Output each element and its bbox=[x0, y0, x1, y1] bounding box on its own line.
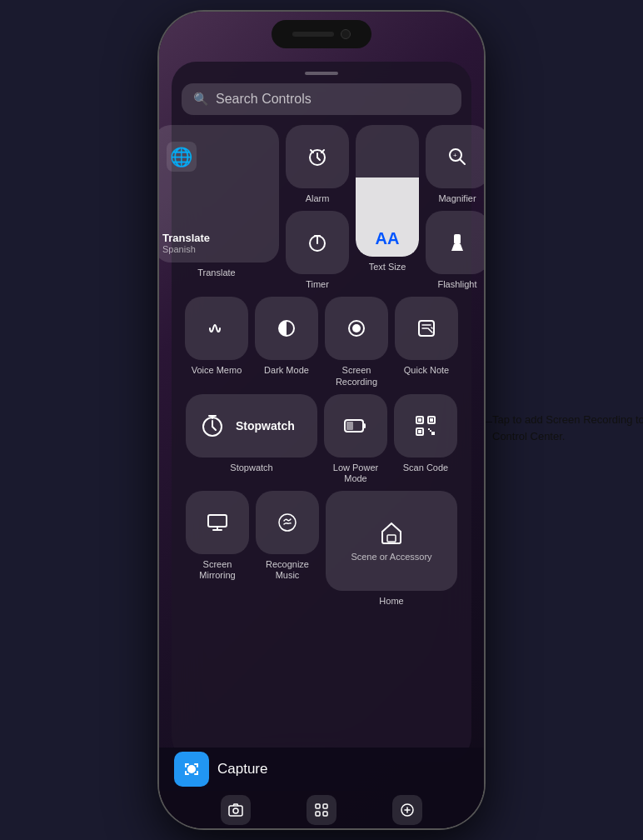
screen-recording-item: Screen Recording bbox=[325, 297, 388, 387]
screen-recording-label: Screen Recording bbox=[336, 365, 377, 387]
phone-frame: 🔍 Search Controls 🌐 bbox=[159, 12, 484, 828]
svg-point-26 bbox=[233, 808, 238, 813]
scan-code-button[interactable] bbox=[394, 394, 457, 458]
row-4: Screen Mirroring Recognize Music bbox=[182, 491, 461, 607]
svg-line-5 bbox=[460, 159, 465, 164]
magnifier-button[interactable]: + bbox=[426, 125, 484, 188]
timer-label: Timer bbox=[306, 279, 329, 290]
recognize-music-icon bbox=[276, 511, 299, 534]
alarm-button[interactable] bbox=[286, 125, 349, 188]
screen-mirroring-label: Screen Mirroring bbox=[199, 559, 235, 581]
recognize-music-button[interactable] bbox=[256, 491, 319, 554]
low-power-button[interactable] bbox=[324, 394, 387, 458]
text-size-button[interactable]: AA bbox=[356, 125, 419, 257]
slider-label: AA bbox=[376, 229, 400, 257]
svg-text:+: + bbox=[453, 152, 457, 159]
home-item: Scene or Accessory Home bbox=[326, 491, 457, 607]
voice-memo-item: Voice Memo bbox=[185, 297, 248, 387]
svg-rect-25 bbox=[229, 806, 242, 816]
dark-mode-item: Dark Mode bbox=[255, 297, 318, 387]
controls-grid: 🌐 Translate Spanish Translate bbox=[182, 125, 461, 607]
voice-memo-label: Voice Memo bbox=[192, 365, 242, 376]
search-icon: 🔍 bbox=[193, 92, 209, 107]
recognize-music-item: Recognize Music bbox=[256, 491, 319, 607]
plus-mini-icon bbox=[399, 802, 416, 818]
search-bar[interactable]: 🔍 Search Controls bbox=[182, 83, 461, 115]
screen-mirroring-icon bbox=[206, 511, 229, 534]
svg-rect-14 bbox=[363, 423, 366, 428]
quick-note-button[interactable] bbox=[395, 297, 458, 360]
capture-app-icon bbox=[174, 752, 209, 787]
magnifier-icon: + bbox=[446, 145, 469, 168]
aa-large: AA bbox=[376, 229, 400, 248]
svg-rect-27 bbox=[316, 804, 320, 808]
tooltip: Tap to add Screen Recording to Control C… bbox=[492, 412, 643, 444]
power-scan-col: Low Power Mode bbox=[324, 394, 457, 484]
svg-rect-30 bbox=[323, 812, 327, 816]
translate-button[interactable]: 🌐 Translate Spanish bbox=[159, 125, 279, 262]
quick-note-label: Quick Note bbox=[404, 365, 449, 376]
translate-icon: 🌐 bbox=[162, 133, 197, 178]
right-col: + Magnifier bbox=[426, 125, 484, 290]
bottom-mini-bar bbox=[159, 791, 484, 828]
voice-memo-button[interactable] bbox=[185, 297, 248, 360]
translate-item: 🌐 Translate Spanish Translate bbox=[159, 125, 279, 290]
dark-mode-button[interactable] bbox=[255, 297, 318, 360]
svg-text:🌐: 🌐 bbox=[170, 146, 193, 168]
svg-rect-19 bbox=[418, 418, 421, 422]
text-size-label: Text Size bbox=[369, 262, 406, 272]
row-3: Stopwatch Stopwatch bbox=[182, 394, 461, 484]
stopwatch-icon bbox=[199, 412, 226, 439]
svg-rect-22 bbox=[208, 515, 227, 527]
svg-rect-28 bbox=[323, 804, 327, 808]
mini-icon-1[interactable] bbox=[221, 795, 251, 825]
low-power-icon bbox=[344, 418, 367, 433]
translate-label: Translate bbox=[197, 268, 235, 278]
home-label: Home bbox=[379, 596, 403, 607]
middle-col: Alarm Timer bbox=[286, 125, 349, 290]
svg-point-24 bbox=[187, 765, 196, 773]
dark-mode-icon bbox=[275, 317, 298, 340]
mini-icon-3[interactable] bbox=[392, 795, 422, 825]
low-power-item: Low Power Mode bbox=[324, 394, 387, 484]
stopwatch-label: Stopwatch bbox=[230, 462, 272, 473]
magnifier-item: + Magnifier bbox=[426, 125, 484, 204]
home-button[interactable]: Scene or Accessory bbox=[326, 491, 457, 591]
slider-section: AA Text Size bbox=[356, 125, 484, 290]
screen-mirroring-item: Screen Mirroring bbox=[186, 491, 249, 607]
timer-button[interactable] bbox=[286, 211, 349, 274]
camera bbox=[341, 29, 351, 39]
svg-rect-15 bbox=[346, 422, 353, 430]
alarm-item: Alarm bbox=[286, 125, 349, 204]
screen-recording-icon bbox=[345, 317, 368, 340]
quick-note-item: Quick Note bbox=[395, 297, 458, 387]
svg-rect-7 bbox=[454, 234, 461, 244]
low-power-label: Low Power Mode bbox=[333, 462, 378, 484]
alarm-label: Alarm bbox=[306, 193, 330, 204]
svg-rect-29 bbox=[316, 812, 320, 816]
magnifier-label: Magnifier bbox=[438, 193, 476, 204]
screen-mirroring-button[interactable] bbox=[186, 491, 249, 554]
flashlight-item: Flashlight bbox=[426, 211, 484, 290]
quick-note-icon bbox=[415, 317, 438, 340]
flashlight-icon bbox=[446, 231, 469, 254]
scan-code-item: Scan Code bbox=[394, 394, 457, 484]
flashlight-button[interactable] bbox=[426, 211, 484, 274]
capture-icon bbox=[182, 760, 201, 778]
speaker bbox=[292, 32, 334, 37]
mini-icon-2[interactable] bbox=[307, 795, 336, 825]
voice-memo-icon bbox=[205, 317, 228, 340]
text-size-item: AA Text Size bbox=[356, 125, 419, 290]
bottom-app-bar: Capture bbox=[159, 748, 484, 791]
drag-indicator bbox=[305, 72, 338, 75]
dark-mode-label: Dark Mode bbox=[264, 365, 309, 376]
svg-rect-23 bbox=[387, 535, 396, 542]
dynamic-island bbox=[272, 20, 371, 48]
stopwatch-button[interactable]: Stopwatch bbox=[186, 394, 317, 458]
svg-point-10 bbox=[352, 324, 361, 332]
row-2: Voice Memo Dark Mode bbox=[182, 297, 461, 387]
qr-mini-icon bbox=[313, 802, 330, 818]
svg-rect-21 bbox=[418, 430, 421, 433]
translate-title: Translate Spanish bbox=[162, 232, 210, 254]
screen-recording-button[interactable] bbox=[325, 297, 388, 360]
